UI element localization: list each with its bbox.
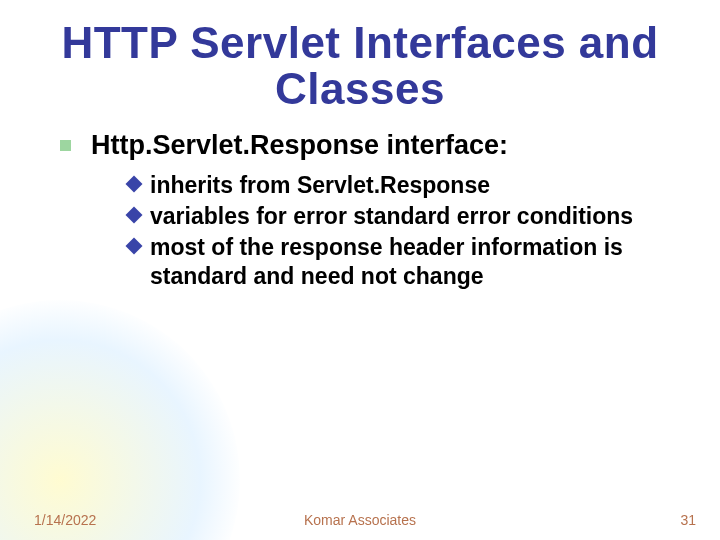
slide: HTTP Servlet Interfaces and Classes Http… — [0, 0, 720, 540]
footer-organization: Komar Associates — [0, 512, 720, 528]
square-bullet-icon — [60, 140, 71, 151]
bullet-level1: Http.Servlet.Response interface: — [60, 130, 680, 161]
level2-text: variables for error standard error condi… — [150, 202, 633, 231]
level2-text: most of the response header information … — [150, 233, 680, 291]
sub-bullet-group: inherits from Servlet.Response variables… — [60, 171, 680, 290]
slide-title: HTTP Servlet Interfaces and Classes — [0, 0, 720, 112]
slide-body: Http.Servlet.Response interface: inherit… — [0, 112, 720, 290]
bullet-level2: most of the response header information … — [128, 233, 680, 291]
background-gradient-circle — [0, 300, 240, 540]
bullet-level2: variables for error standard error condi… — [128, 202, 680, 231]
level2-text: inherits from Servlet.Response — [150, 171, 490, 200]
diamond-bullet-icon — [128, 209, 140, 221]
diamond-bullet-icon — [128, 178, 140, 190]
footer-page-number: 31 — [680, 512, 696, 528]
diamond-bullet-icon — [128, 240, 140, 252]
bullet-level2: inherits from Servlet.Response — [128, 171, 680, 200]
level1-text: Http.Servlet.Response interface: — [91, 130, 508, 161]
